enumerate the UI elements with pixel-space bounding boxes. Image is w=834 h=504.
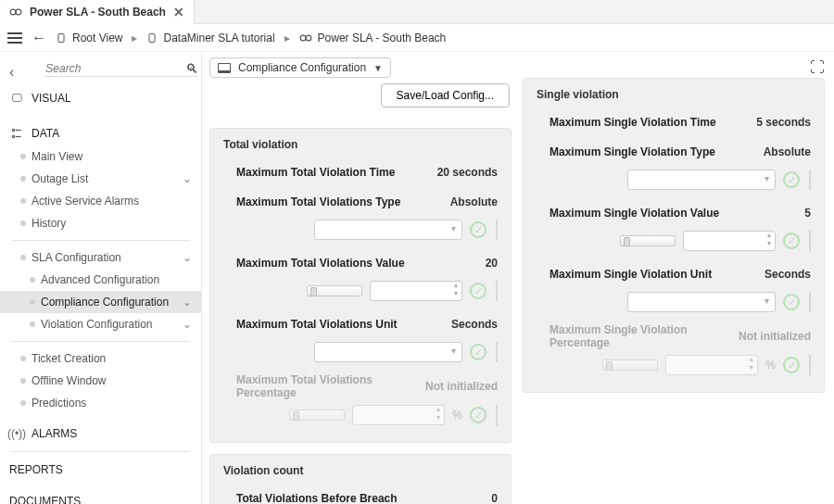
svg-point-0	[10, 9, 16, 15]
sidebar-section-reports[interactable]: REPORTS	[0, 458, 201, 482]
sidebar-item-history[interactable]: History	[0, 212, 201, 234]
field-label: Maximum Total Violations Unit	[223, 318, 442, 331]
search-input[interactable]	[45, 62, 185, 75]
sidebar-item-label: Outage List	[32, 172, 88, 185]
divider	[496, 342, 498, 362]
field-label: Maximum Total Violations Value	[223, 257, 442, 270]
panel-title: Single violation	[537, 88, 811, 101]
max-single-pct-slider[interactable]	[602, 359, 658, 371]
divider	[496, 405, 498, 425]
max-total-value-spinner[interactable]	[370, 281, 462, 301]
breadcrumb-current[interactable]: Power SLA - South Beach	[299, 32, 447, 44]
max-single-pct-spinner[interactable]	[665, 355, 758, 375]
sidebar-item-label: Violation Configuration	[41, 318, 153, 331]
confirm-icon[interactable]: ✓	[783, 233, 800, 249]
confirm-icon[interactable]: ✓	[470, 344, 486, 360]
field-value: Not initialized	[425, 380, 498, 393]
sidebar-item-outage-list[interactable]: Outage List⌄	[0, 168, 201, 190]
confirm-icon[interactable]: ✓	[470, 283, 486, 299]
alarm-icon: ((•))	[9, 427, 24, 440]
menu-icon[interactable]	[7, 32, 22, 44]
card-page-dropdown[interactable]: Compliance Configuration ▼	[209, 57, 391, 78]
view-icon	[146, 32, 158, 44]
sidebar-item-offline-window[interactable]: Offline Window	[0, 370, 201, 392]
field-label: Maximum Single Violation Unit	[537, 268, 755, 281]
confirm-icon[interactable]: ✓	[783, 294, 800, 310]
chevron-down-icon: ⌄	[175, 296, 192, 309]
field-value: Absolute	[755, 145, 811, 158]
tab-title: Power SLA - South Beach	[30, 6, 166, 19]
sla-icon	[299, 32, 312, 44]
field-label: Maximum Single Violation Value	[537, 207, 755, 220]
panel-title: Violation count	[223, 464, 498, 477]
sidebar-item-advanced-config[interactable]: Advanced Configuration	[0, 269, 201, 291]
caret-down-icon: ▼	[373, 63, 383, 73]
confirm-icon[interactable]: ✓	[470, 407, 486, 423]
divider	[809, 292, 811, 312]
sidebar-item-predictions[interactable]: Predictions	[0, 392, 201, 414]
field-value: 20 seconds	[437, 166, 498, 179]
sidebar-item-label: Predictions	[32, 397, 86, 410]
field-label: Maximum Single Violation Time	[537, 116, 755, 129]
svg-point-7	[12, 135, 14, 137]
max-single-unit-dropdown[interactable]	[627, 292, 776, 312]
sidebar-section-documents[interactable]: DOCUMENTS	[0, 489, 201, 504]
sidebar-section-reports-label: REPORTS	[9, 463, 63, 476]
sidebar-section-data-label: DATA	[32, 127, 59, 140]
field-value: Seconds	[755, 268, 811, 281]
max-single-value-slider[interactable]	[620, 235, 676, 246]
breadcrumb-root[interactable]: Root View	[56, 32, 122, 44]
sidebar-section-visual-label: VISUAL	[32, 92, 71, 105]
back-button[interactable]: ←	[32, 30, 46, 46]
save-load-config-button[interactable]: Save/Load Config...	[381, 83, 510, 107]
search-icon[interactable]: 🔍︎	[185, 61, 198, 76]
sidebar-item-label: Ticket Creation	[32, 352, 106, 365]
sidebar-section-visual[interactable]: 🖵 VISUAL	[0, 86, 201, 110]
data-icon	[9, 127, 24, 140]
panel-single-violation: Single violation Maximum Single Violatio…	[523, 78, 825, 393]
confirm-icon[interactable]: ✓	[783, 171, 800, 188]
divider	[496, 281, 498, 301]
field-value: 5	[755, 207, 811, 220]
field-value: Not initialized	[739, 330, 811, 343]
max-total-pct-spinner[interactable]	[352, 405, 445, 425]
confirm-icon[interactable]: ✓	[783, 357, 800, 373]
field-label: Maximum Total Violations Percentage	[223, 373, 425, 399]
max-single-value-spinner[interactable]	[683, 231, 776, 251]
divider	[809, 231, 811, 251]
chevron-down-icon: ⌄	[175, 172, 192, 185]
close-icon[interactable]: ✕	[173, 5, 184, 19]
breadcrumb-tutorial[interactable]: DataMiner SLA tutorial	[146, 32, 274, 44]
max-total-type-dropdown[interactable]	[314, 220, 462, 240]
confirm-icon[interactable]: ✓	[470, 221, 486, 238]
field-value: Seconds	[442, 318, 498, 331]
sidebar-item-active-service-alarms[interactable]: Active Service Alarms	[0, 190, 201, 212]
panel-violation-count: Violation count Total Violations Before …	[209, 454, 512, 504]
sidebar-section-alarms-label: ALARMS	[32, 427, 77, 440]
sidebar-section-data[interactable]: DATA	[0, 121, 201, 145]
fullscreen-icon[interactable]: ⛶	[810, 59, 825, 76]
sidebar-item-main-view[interactable]: Main View	[0, 145, 201, 168]
breadcrumb-tutorial-label: DataMiner SLA tutorial	[163, 32, 274, 44]
unit-label: %	[765, 359, 776, 372]
window-tab[interactable]: Power SLA - South Beach ✕	[0, 0, 195, 24]
sidebar-item-sla-config[interactable]: SLA Configuration⌄	[0, 246, 201, 269]
svg-point-4	[300, 35, 306, 41]
svg-rect-3	[149, 33, 155, 42]
max-total-value-slider[interactable]	[307, 285, 362, 296]
max-single-type-dropdown[interactable]	[627, 170, 776, 190]
field-label: Maximum Total Violations Type	[223, 195, 442, 208]
sidebar-section-alarms[interactable]: ((•)) ALARMS	[0, 422, 201, 446]
max-total-unit-dropdown[interactable]	[314, 342, 462, 362]
chevron-right-icon: ▸	[284, 32, 290, 44]
monitor-icon	[218, 63, 231, 73]
max-total-pct-slider[interactable]	[289, 410, 345, 421]
divider	[809, 355, 811, 375]
sidebar-item-violation-config[interactable]: Violation Configuration⌄	[0, 313, 201, 335]
field-value: 20	[442, 257, 498, 270]
sidebar-back-icon[interactable]: ‹	[0, 62, 23, 82]
sidebar-item-compliance-config[interactable]: Compliance Configuration⌄	[0, 291, 201, 313]
sidebar-item-ticket-creation[interactable]: Ticket Creation	[0, 347, 201, 370]
field-value: 0	[442, 492, 498, 504]
breadcrumb-current-label: Power SLA - South Beach	[318, 32, 447, 44]
